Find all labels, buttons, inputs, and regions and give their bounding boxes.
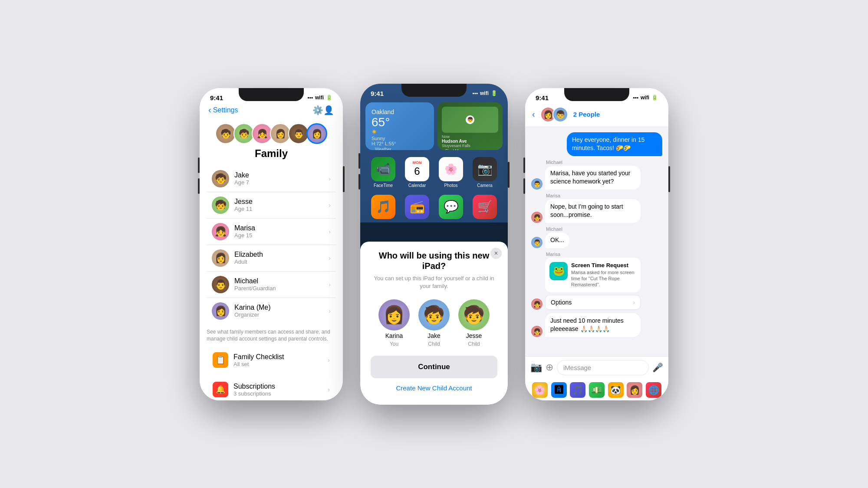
- checklist-chevron-icon: ›: [328, 357, 330, 364]
- weather-icon: ☀️: [372, 129, 428, 134]
- calendar-app[interactable]: MON 6 Calendar: [405, 157, 429, 188]
- michael-msg-1-content: Michael Marisa, have you started your sc…: [545, 160, 641, 190]
- phone-family-settings: 9:41 ▪▪▪ wifi 🔋 ‹ Settings ⚙️👤 🧒 🧒 👧 👩 👨…: [200, 88, 343, 400]
- messages-body: Hey everyone, dinner in 15 minutes. Taco…: [525, 127, 668, 356]
- imessage-input[interactable]: iMessage: [557, 360, 649, 375]
- jake-modal-role: Child: [428, 341, 440, 347]
- options-chevron-icon: ›: [633, 299, 635, 306]
- elizabeth-name: Elizabeth: [234, 251, 329, 259]
- michael-sender-name-2: Michael: [546, 226, 569, 232]
- app-icon-7[interactable]: 💬: [439, 195, 463, 219]
- family-item-michael[interactable]: 👨 Michael Parent/Guardian ›: [207, 272, 336, 298]
- time-3: 9:41: [536, 94, 549, 102]
- weather-widget: Oakland 65° ☀️ Sunny H:72° L:55° Weather: [365, 102, 434, 150]
- marisa-sender-name-2: Marisa: [546, 252, 641, 257]
- wifi-icon: wifi: [315, 95, 324, 101]
- jake-info: Jake Age 7: [234, 171, 329, 186]
- app-8-icon: 🛒: [473, 195, 497, 219]
- family-item-elizabeth[interactable]: 👩 Elizabeth Adult ›: [207, 245, 336, 272]
- marisa-msg-1-content: Marisa Nope, but I'm going to start soon…: [545, 193, 641, 223]
- widget-row: Oakland 65° ☀️ Sunny H:72° L:55° Weather…: [360, 99, 508, 154]
- weather-desc: Sunny: [372, 136, 428, 141]
- tray-animoji-icon[interactable]: 🐼: [608, 382, 624, 398]
- tray-memoji2-icon[interactable]: 👩: [627, 382, 642, 398]
- karina-name: Karina (Me): [234, 304, 329, 311]
- avatar-michael[interactable]: 👨: [288, 123, 309, 144]
- marisa-avatar-msg: 👧: [531, 212, 542, 223]
- app-input-icon[interactable]: ⊕: [546, 362, 553, 373]
- jake-chevron-icon: ›: [329, 175, 331, 182]
- group-name[interactable]: 2 People: [573, 111, 661, 118]
- elizabeth-chevron-icon: ›: [329, 255, 331, 262]
- photos-app[interactable]: 🌸 Photos: [439, 157, 463, 188]
- phone-messages: 9:41 ▪▪▪ wifi 🔋 ‹ 👩 👦 2 People Hey every…: [525, 88, 668, 400]
- jesse-modal-name: Jesse: [466, 332, 482, 339]
- screen-time-content: Marisa 🐸 Screen Time Request Marisa aske…: [545, 252, 641, 310]
- michael-avatar: 👨: [212, 276, 229, 293]
- findmy-map: 👦: [442, 107, 498, 133]
- weather-city: Oakland: [372, 108, 428, 115]
- app-grid: 📹 FaceTime MON 6 Calendar 🌸 Photos: [360, 154, 508, 191]
- checklist-info: Family Checklist All set: [233, 353, 328, 367]
- wifi-icon-2: wifi: [480, 90, 489, 96]
- tray-audio-icon[interactable]: 🎵: [570, 382, 585, 398]
- modal-avatar-jesse[interactable]: 🧒 Jesse Child: [458, 299, 490, 347]
- weather-widget-label: Weather: [372, 146, 428, 150]
- avatar-elizabeth[interactable]: 👩: [270, 123, 291, 144]
- mic-icon[interactable]: 🎤: [652, 362, 663, 373]
- marisa-avatar-msg-2: 👧: [531, 298, 542, 310]
- avatar-karina[interactable]: 👩: [306, 123, 327, 144]
- messages-back-button[interactable]: ‹: [532, 109, 535, 119]
- app-icon-5[interactable]: 🎵: [371, 195, 395, 219]
- avatar-jake[interactable]: 🧒: [215, 123, 236, 144]
- screen-time-desc: Marisa asked for more screen time for "C…: [571, 269, 636, 288]
- modal-avatar-karina[interactable]: 👩 Karina You: [378, 299, 410, 347]
- findmy-widget: 👦 Now Hudson Ave Stuyvesant Falls Find M…: [437, 102, 503, 150]
- avatar-jesse[interactable]: 🧒: [233, 123, 254, 144]
- michael-name: Michael: [234, 277, 329, 285]
- tray-appstore-icon[interactable]: 🅰: [551, 382, 567, 398]
- modal-close-button[interactable]: ✕: [490, 248, 502, 259]
- options-row[interactable]: Options ›: [545, 295, 641, 310]
- facetime-app[interactable]: 📹 FaceTime: [371, 157, 395, 188]
- signal-icon: ▪▪▪: [307, 95, 313, 101]
- family-item-jesse[interactable]: 🧒 Jesse Age 11 ›: [207, 192, 336, 219]
- modal-overlay: ✕ Who will be using this new iPad? You c…: [360, 223, 508, 405]
- signal-icon-3: ▪▪▪: [633, 95, 638, 101]
- tray-photos-icon[interactable]: 🌸: [532, 382, 548, 398]
- family-item-karina[interactable]: 👩 Karina (Me) Organizer ›: [207, 298, 336, 324]
- modal-title: Who will be using this new iPad?: [371, 250, 497, 271]
- app-icon-8[interactable]: 🛒: [473, 195, 497, 219]
- family-checklist-item[interactable]: 📋 Family Checklist All set ›: [207, 347, 336, 373]
- battery-icon-3: 🔋: [651, 95, 658, 101]
- subscriptions-item[interactable]: 🔔 Subscriptions 3 subscriptions ›: [207, 377, 336, 400]
- create-child-account-link[interactable]: Create New Child Account: [371, 384, 497, 392]
- calendar-icon: MON 6: [405, 157, 429, 181]
- message-screen-time: 👧 Marisa 🐸 Screen Time Request Marisa as…: [531, 252, 662, 310]
- family-item-marisa[interactable]: 👧 Marisa Age 15 ›: [207, 219, 336, 245]
- camera-input-icon[interactable]: 📷: [530, 362, 542, 373]
- camera-icon: 📷: [473, 157, 497, 181]
- message-michael-1: 👨 Michael Marisa, have you started your …: [531, 160, 662, 190]
- screen-time-card: 🐸 Screen Time Request Marisa asked for m…: [545, 258, 641, 292]
- family-item-jake[interactable]: 🧒 Jake Age 7 ›: [207, 166, 336, 192]
- subscriptions-info: Subscriptions 3 subscriptions: [233, 383, 328, 397]
- settings-back-button[interactable]: ‹ Settings: [208, 105, 238, 115]
- photos-label: Photos: [444, 183, 457, 188]
- camera-app[interactable]: 📷 Camera: [473, 157, 497, 188]
- group-info: 2 People: [573, 111, 661, 118]
- family-settings-icon[interactable]: ⚙️👤: [312, 105, 334, 115]
- michael-role: Parent/Guardian: [234, 285, 329, 291]
- karina-avatar: 👩: [212, 302, 229, 320]
- signal-icon-2: ▪▪▪: [472, 90, 478, 96]
- modal-avatar-jake[interactable]: 🧒 Jake Child: [418, 299, 450, 347]
- karina-info: Karina (Me) Organizer: [234, 304, 329, 318]
- avatar-marisa[interactable]: 👧: [252, 123, 273, 144]
- app-icon-6[interactable]: 📻: [405, 195, 429, 219]
- continue-button[interactable]: Continue: [371, 356, 497, 378]
- tray-appclip-icon[interactable]: 🌐: [646, 382, 661, 398]
- tray-cash-icon[interactable]: 💵: [589, 382, 605, 398]
- marisa-msg-2-content: Just need 10 more minutes pleeeease 🙏🏻🙏🏻…: [545, 313, 641, 337]
- marisa-sender-name-1: Marisa: [546, 193, 641, 198]
- ipad-background: 9:41 ▪▪▪ wifi 🔋 Oakland 65° ☀️ Sunny H:7…: [360, 84, 508, 405]
